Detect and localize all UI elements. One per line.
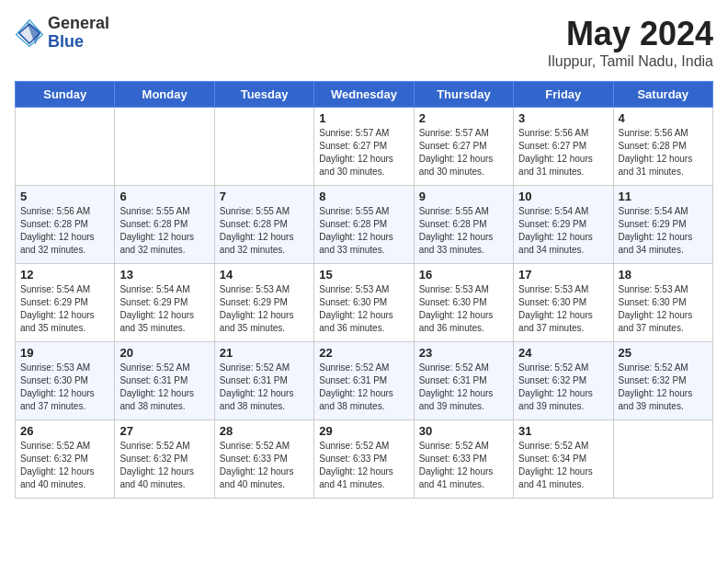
day-info: Sunrise: 5:54 AM Sunset: 6:29 PM Dayligh… [518,205,608,257]
day-number: 18 [619,268,708,282]
day-info: Sunrise: 5:53 AM Sunset: 6:30 PM Dayligh… [619,283,708,335]
calendar-cell: 26Sunrise: 5:52 AM Sunset: 6:32 PM Dayli… [16,420,115,499]
day-number: 29 [319,424,408,438]
day-header-monday: Monday [115,82,214,108]
calendar-cell: 8Sunrise: 5:55 AM Sunset: 6:28 PM Daylig… [314,186,414,264]
calendar-cell: 31Sunrise: 5:52 AM Sunset: 6:34 PM Dayli… [514,420,613,499]
day-header-tuesday: Tuesday [214,82,313,108]
calendar-cell: 6Sunrise: 5:55 AM Sunset: 6:28 PM Daylig… [115,186,214,264]
calendar-body: 1Sunrise: 5:57 AM Sunset: 6:27 PM Daylig… [16,108,713,499]
day-header-friday: Friday [514,82,613,108]
day-number: 6 [119,190,209,203]
day-number: 1 [319,111,408,125]
calendar-cell: 27Sunrise: 5:52 AM Sunset: 6:32 PM Dayli… [115,420,214,499]
day-info: Sunrise: 5:52 AM Sunset: 6:32 PM Dayligh… [119,440,209,491]
calendar-cell [16,108,115,186]
day-info: Sunrise: 5:52 AM Sunset: 6:33 PM Dayligh… [419,440,508,491]
day-info: Sunrise: 5:55 AM Sunset: 6:28 PM Dayligh… [419,205,508,257]
month-title: May 2024 [548,15,713,53]
day-number: 31 [518,424,608,438]
day-info: Sunrise: 5:54 AM Sunset: 6:29 PM Dayligh… [20,283,109,335]
calendar-week-3: 12Sunrise: 5:54 AM Sunset: 6:29 PM Dayli… [16,264,713,342]
calendar-header: SundayMondayTuesdayWednesdayThursdayFrid… [16,82,713,108]
day-number: 30 [419,424,508,438]
day-number: 25 [619,346,708,360]
day-number: 14 [220,268,309,282]
day-info: Sunrise: 5:53 AM Sunset: 6:30 PM Dayligh… [20,362,109,413]
day-number: 10 [518,190,608,203]
day-number: 28 [220,424,309,438]
day-number: 21 [220,346,309,360]
page-header: General Blue May 2024 Iluppur, Tamil Nad… [15,15,713,70]
day-number: 12 [20,268,109,282]
day-number: 16 [419,268,508,282]
day-number: 17 [518,268,608,282]
day-number: 22 [319,346,408,360]
calendar-cell: 11Sunrise: 5:54 AM Sunset: 6:29 PM Dayli… [613,186,712,264]
day-info: Sunrise: 5:52 AM Sunset: 6:32 PM Dayligh… [619,362,708,413]
day-info: Sunrise: 5:54 AM Sunset: 6:29 PM Dayligh… [619,205,708,257]
calendar-cell: 20Sunrise: 5:52 AM Sunset: 6:31 PM Dayli… [115,342,214,420]
calendar-cell [214,108,313,186]
calendar-cell: 17Sunrise: 5:53 AM Sunset: 6:30 PM Dayli… [514,264,613,342]
day-header-thursday: Thursday [414,82,513,108]
day-number: 7 [220,190,309,203]
calendar-cell [613,420,712,499]
calendar-cell: 18Sunrise: 5:53 AM Sunset: 6:30 PM Dayli… [613,264,712,342]
day-number: 15 [319,268,408,282]
day-info: Sunrise: 5:52 AM Sunset: 6:31 PM Dayligh… [419,362,508,413]
day-number: 2 [419,111,508,125]
calendar-cell: 9Sunrise: 5:55 AM Sunset: 6:28 PM Daylig… [414,186,513,264]
day-header-saturday: Saturday [613,82,712,108]
day-info: Sunrise: 5:53 AM Sunset: 6:30 PM Dayligh… [419,283,508,335]
logo-icon [15,18,44,48]
day-info: Sunrise: 5:53 AM Sunset: 6:30 PM Dayligh… [319,283,408,335]
calendar-week-2: 5Sunrise: 5:56 AM Sunset: 6:28 PM Daylig… [16,186,713,264]
day-header-wednesday: Wednesday [314,82,414,108]
day-number: 4 [619,111,708,125]
calendar-cell: 29Sunrise: 5:52 AM Sunset: 6:33 PM Dayli… [314,420,414,499]
day-headers-row: SundayMondayTuesdayWednesdayThursdayFrid… [16,82,713,108]
day-info: Sunrise: 5:57 AM Sunset: 6:27 PM Dayligh… [419,127,508,178]
day-info: Sunrise: 5:53 AM Sunset: 6:29 PM Dayligh… [220,283,309,335]
day-number: 3 [518,111,608,125]
day-info: Sunrise: 5:54 AM Sunset: 6:29 PM Dayligh… [119,283,209,335]
title-block: May 2024 Iluppur, Tamil Nadu, India [548,15,713,70]
logo-blue-text: Blue [48,33,109,52]
day-number: 23 [419,346,508,360]
day-info: Sunrise: 5:55 AM Sunset: 6:28 PM Dayligh… [119,205,209,257]
day-number: 5 [20,190,109,203]
calendar-cell: 15Sunrise: 5:53 AM Sunset: 6:30 PM Dayli… [314,264,414,342]
calendar-table: SundayMondayTuesdayWednesdayThursdayFrid… [15,81,713,499]
day-info: Sunrise: 5:56 AM Sunset: 6:28 PM Dayligh… [20,205,109,257]
calendar-cell: 12Sunrise: 5:54 AM Sunset: 6:29 PM Dayli… [16,264,115,342]
calendar-cell: 1Sunrise: 5:57 AM Sunset: 6:27 PM Daylig… [314,108,414,186]
day-number: 11 [619,190,708,203]
day-number: 27 [119,424,209,438]
day-info: Sunrise: 5:52 AM Sunset: 6:33 PM Dayligh… [319,440,408,491]
calendar-cell: 30Sunrise: 5:52 AM Sunset: 6:33 PM Dayli… [414,420,513,499]
calendar-cell: 25Sunrise: 5:52 AM Sunset: 6:32 PM Dayli… [613,342,712,420]
logo-general-text: General [48,15,109,33]
day-info: Sunrise: 5:55 AM Sunset: 6:28 PM Dayligh… [319,205,408,257]
calendar-cell: 5Sunrise: 5:56 AM Sunset: 6:28 PM Daylig… [16,186,115,264]
day-info: Sunrise: 5:52 AM Sunset: 6:32 PM Dayligh… [518,362,608,413]
calendar-cell: 21Sunrise: 5:52 AM Sunset: 6:31 PM Dayli… [214,342,313,420]
calendar-week-4: 19Sunrise: 5:53 AM Sunset: 6:30 PM Dayli… [16,342,713,420]
day-info: Sunrise: 5:52 AM Sunset: 6:31 PM Dayligh… [119,362,209,413]
location: Iluppur, Tamil Nadu, India [548,53,713,70]
calendar-cell: 7Sunrise: 5:55 AM Sunset: 6:28 PM Daylig… [214,186,313,264]
calendar-cell: 3Sunrise: 5:56 AM Sunset: 6:27 PM Daylig… [514,108,613,186]
day-number: 9 [419,190,508,203]
day-info: Sunrise: 5:52 AM Sunset: 6:31 PM Dayligh… [220,362,309,413]
calendar-cell: 23Sunrise: 5:52 AM Sunset: 6:31 PM Dayli… [414,342,513,420]
calendar-cell: 10Sunrise: 5:54 AM Sunset: 6:29 PM Dayli… [514,186,613,264]
day-number: 8 [319,190,408,203]
logo-text: General Blue [48,15,109,52]
calendar-week-5: 26Sunrise: 5:52 AM Sunset: 6:32 PM Dayli… [16,420,713,499]
calendar-cell: 24Sunrise: 5:52 AM Sunset: 6:32 PM Dayli… [514,342,613,420]
calendar-cell: 22Sunrise: 5:52 AM Sunset: 6:31 PM Dayli… [314,342,414,420]
day-number: 19 [20,346,109,360]
day-number: 20 [119,346,209,360]
day-info: Sunrise: 5:56 AM Sunset: 6:28 PM Dayligh… [619,127,708,178]
